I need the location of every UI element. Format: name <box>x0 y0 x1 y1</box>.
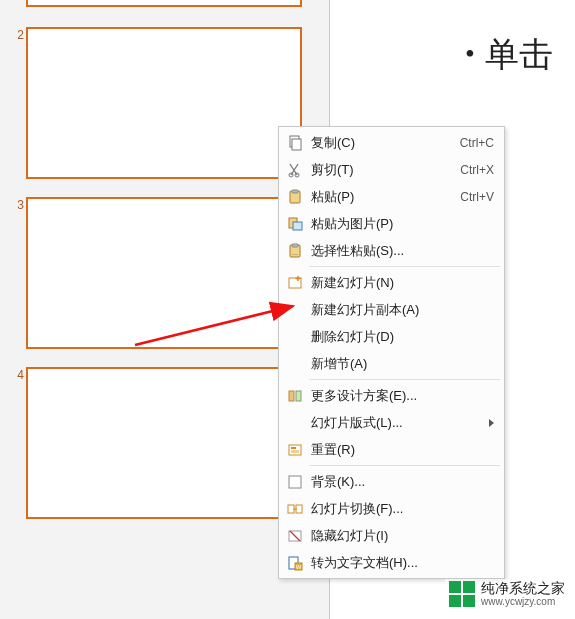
menu-to-text[interactable]: W 转为文字文档(H)... <box>279 549 504 576</box>
watermark-title: 纯净系统之家 <box>481 581 565 596</box>
thumb-wrap-2: 2 <box>26 27 302 179</box>
menu-delete-slide[interactable]: 删除幻灯片(D) <box>279 323 504 350</box>
slide-thumb-3[interactable] <box>26 197 302 349</box>
paste-icon <box>285 187 305 207</box>
svg-rect-7 <box>293 222 302 230</box>
menu-separator <box>309 379 500 380</box>
menu-duplicate-slide[interactable]: 新建幻灯片副本(A) <box>279 296 504 323</box>
menu-label: 隐藏幻灯片(I) <box>311 527 494 545</box>
bullet-icon: • <box>465 38 475 70</box>
svg-rect-16 <box>291 450 299 453</box>
menu-label: 幻灯片版式(L)... <box>311 414 483 432</box>
menu-background[interactable]: 背景(K)... <box>279 468 504 495</box>
menu-label: 背景(K)... <box>311 473 494 491</box>
thumb-number-3: 3 <box>12 198 24 212</box>
watermark-logo-icon <box>449 581 475 607</box>
slide-thumb-2[interactable] <box>26 27 302 179</box>
slide-thumb-1[interactable] <box>26 0 302 7</box>
svg-rect-11 <box>289 278 301 288</box>
menu-hide-slide[interactable]: 隐藏幻灯片(I) <box>279 522 504 549</box>
spacer-icon <box>285 354 305 374</box>
menu-cut[interactable]: 剪切(T) Ctrl+X <box>279 156 504 183</box>
thumb-number-2: 2 <box>12 28 24 42</box>
menu-more-designs[interactable]: 更多设计方案(E)... <box>279 382 504 409</box>
thumb-wrap-3: 3 <box>26 197 302 349</box>
menu-separator <box>309 465 500 466</box>
menu-label: 新增节(A) <box>311 355 494 373</box>
hide-slide-icon <box>285 526 305 546</box>
menu-label: 更多设计方案(E)... <box>311 387 494 405</box>
menu-copy[interactable]: 复制(C) Ctrl+C <box>279 129 504 156</box>
menu-layout[interactable]: 幻灯片版式(L)... <box>279 409 504 436</box>
transition-icon <box>285 499 305 519</box>
svg-text:...: ... <box>292 249 298 256</box>
menu-label: 粘贴为图片(P) <box>311 215 494 233</box>
menu-label: 新建幻灯片(N) <box>311 274 494 292</box>
menu-shortcut: Ctrl+X <box>460 163 494 177</box>
svg-rect-9 <box>292 244 298 247</box>
menu-paste-special[interactable]: ... 选择性粘贴(S)... <box>279 237 504 264</box>
menu-label: 选择性粘贴(S)... <box>311 242 494 260</box>
paste-pic-icon <box>285 214 305 234</box>
svg-rect-17 <box>289 476 301 488</box>
svg-rect-15 <box>291 447 296 449</box>
designs-icon <box>285 386 305 406</box>
menu-new-slide[interactable]: 新建幻灯片(N) <box>279 269 504 296</box>
background-icon <box>285 472 305 492</box>
svg-rect-13 <box>296 391 301 401</box>
menu-paste-as-pic[interactable]: 粘贴为图片(P) <box>279 210 504 237</box>
menu-reset[interactable]: 重置(R) <box>279 436 504 463</box>
watermark: 纯净系统之家 www.ycwjzy.com <box>445 579 569 609</box>
reset-icon <box>285 440 305 460</box>
cut-icon <box>285 160 305 180</box>
menu-label: 幻灯片切换(F)... <box>311 500 494 518</box>
thumb-wrap-4: 4 <box>26 367 302 519</box>
menu-transition[interactable]: 幻灯片切换(F)... <box>279 495 504 522</box>
menu-label: 剪切(T) <box>311 161 460 179</box>
chevron-right-icon <box>489 419 494 427</box>
menu-separator <box>309 266 500 267</box>
to-text-icon: W <box>285 553 305 573</box>
spacer-icon <box>285 413 305 433</box>
paste-special-icon: ... <box>285 241 305 261</box>
thumb-wrap-1 <box>26 0 302 7</box>
svg-text:W: W <box>296 564 302 570</box>
spacer-icon <box>285 327 305 347</box>
menu-label: 重置(R) <box>311 441 494 459</box>
menu-paste[interactable]: 粘贴(P) Ctrl+V <box>279 183 504 210</box>
slide-text-placeholder[interactable]: •单击 <box>465 32 553 78</box>
thumb-number-4: 4 <box>12 368 24 382</box>
svg-rect-5 <box>292 190 298 193</box>
svg-rect-12 <box>289 391 294 401</box>
slide-text: 单击 <box>485 36 553 73</box>
new-slide-icon <box>285 273 305 293</box>
menu-add-section[interactable]: 新增节(A) <box>279 350 504 377</box>
spacer-icon <box>285 300 305 320</box>
watermark-url: www.ycwjzy.com <box>481 596 565 607</box>
menu-shortcut: Ctrl+C <box>460 136 494 150</box>
menu-shortcut: Ctrl+V <box>460 190 494 204</box>
menu-label: 新建幻灯片副本(A) <box>311 301 494 319</box>
slide-thumb-4[interactable] <box>26 367 302 519</box>
copy-icon <box>285 133 305 153</box>
menu-label: 粘贴(P) <box>311 188 460 206</box>
context-menu: 复制(C) Ctrl+C 剪切(T) Ctrl+X 粘贴(P) Ctrl+V 粘… <box>278 126 505 579</box>
menu-label: 转为文字文档(H)... <box>311 554 494 572</box>
menu-label: 删除幻灯片(D) <box>311 328 494 346</box>
svg-rect-1 <box>292 139 301 150</box>
menu-label: 复制(C) <box>311 134 460 152</box>
